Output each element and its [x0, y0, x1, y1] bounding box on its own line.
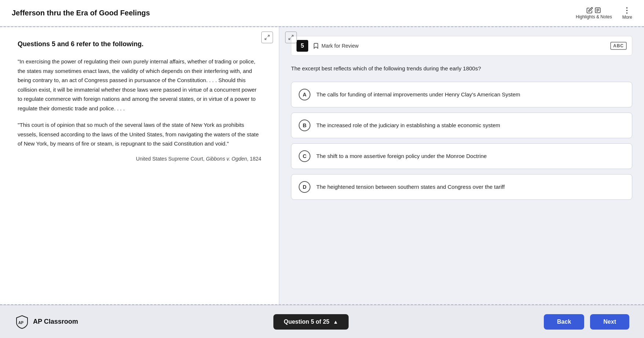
citation-prefix: United States Supreme Court,	[136, 156, 205, 162]
choice-text-b: The increased role of the judiciary in e…	[316, 121, 500, 129]
app-header: Jefferson thru the Era of Good Feelings …	[0, 0, 644, 26]
expand-passage-button[interactable]	[261, 32, 273, 43]
choice-text-c: The shift to a more assertive foreign po…	[316, 152, 487, 160]
app-footer: AP AP Classroom Question 5 of 25 ▲ Back …	[0, 305, 644, 338]
footer-navigation: Back Next	[544, 314, 629, 330]
pencil-icon	[586, 7, 593, 14]
passage-title: Questions 5 and 6 refer to the following…	[18, 40, 261, 48]
question-header-bar: 5 Mark for Review ABC	[291, 36, 632, 56]
choice-letter-c: C	[299, 150, 310, 162]
citation: United States Supreme Court, Gibbons v. …	[18, 156, 261, 162]
question-text: The excerpt best reflects which of the f…	[291, 65, 632, 73]
expand-question-button[interactable]	[285, 32, 297, 43]
expand-right-icon	[288, 34, 294, 40]
svg-line-6	[291, 35, 293, 37]
page-title: Jefferson thru the Era of Good Feelings	[12, 9, 150, 17]
question-progress-label: Question 5 of 25	[284, 319, 329, 325]
ap-shield-icon: AP	[15, 315, 29, 329]
passage-paragraph-2: "This court is of opinion that so much o…	[18, 120, 261, 148]
highlights-notes-button[interactable]: Highlights & Notes	[576, 7, 612, 19]
choice-letter-d: D	[299, 181, 310, 193]
footer-center: Question 5 of 25 ▲	[78, 314, 544, 330]
question-panel: 5 Mark for Review ABC The excerpt best r…	[279, 27, 644, 304]
more-label: More	[622, 15, 632, 20]
bookmark-icon	[313, 43, 319, 49]
svg-line-4	[268, 35, 269, 37]
passage-paragraph-1: "In exercising the power of regulating t…	[18, 57, 261, 113]
choice-letter-a: A	[299, 89, 310, 100]
question-progress-button[interactable]: Question 5 of 25 ▲	[273, 314, 348, 330]
mark-for-review-button[interactable]: Mark for Review	[313, 43, 359, 49]
answer-choice-d[interactable]: D The heightened tension between souther…	[291, 174, 632, 200]
main-content: Questions 5 and 6 refer to the following…	[0, 27, 644, 304]
more-dots-icon: ⋮	[623, 7, 631, 14]
svg-line-7	[289, 38, 291, 40]
choice-text-d: The heightened tension between southern …	[316, 183, 505, 191]
choice-letter-b: B	[299, 120, 310, 131]
more-button[interactable]: ⋮ More	[622, 7, 632, 20]
notes-icon	[594, 7, 601, 14]
ap-classroom-label: AP Classroom	[33, 318, 78, 326]
answer-choices: A The calls for funding of internal impr…	[291, 82, 632, 200]
footer-logo: AP AP Classroom	[15, 315, 78, 329]
next-button[interactable]: Next	[590, 314, 629, 330]
answer-choice-c[interactable]: C The shift to a more assertive foreign …	[291, 143, 632, 169]
highlights-notes-label: Highlights & Notes	[576, 14, 612, 19]
svg-text:AP: AP	[18, 321, 23, 325]
expand-icon	[264, 34, 270, 40]
question-number-badge: 5	[296, 40, 308, 52]
citation-title: Gibbons v. Ogden	[206, 156, 247, 162]
ap-classroom-logo: AP AP Classroom	[15, 315, 78, 329]
svg-line-5	[265, 38, 267, 40]
passage-panel: Questions 5 and 6 refer to the following…	[0, 27, 279, 304]
chevron-up-icon: ▲	[333, 319, 338, 325]
back-button[interactable]: Back	[544, 314, 584, 330]
mark-for-review-label: Mark for Review	[321, 43, 359, 49]
answer-choice-a[interactable]: A The calls for funding of internal impr…	[291, 82, 632, 107]
answer-choice-b[interactable]: B The increased role of the judiciary in…	[291, 113, 632, 138]
abc-button[interactable]: ABC	[610, 42, 627, 50]
choice-text-a: The calls for funding of internal improv…	[316, 91, 520, 98]
header-actions: Highlights & Notes ⋮ More	[576, 7, 632, 20]
highlights-notes-icons	[586, 7, 601, 14]
citation-year: , 1824	[247, 156, 261, 162]
